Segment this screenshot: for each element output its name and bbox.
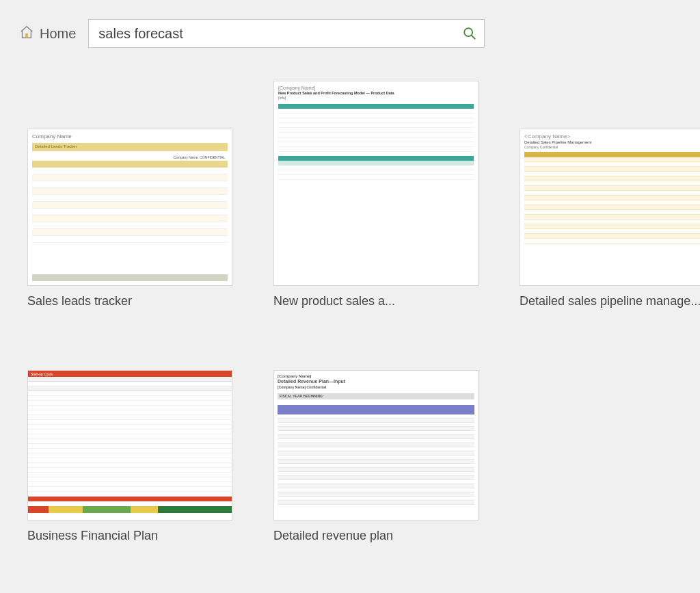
home-link[interactable]: Home — [19, 25, 76, 43]
template-thumbnail: [Company Name] Detailed Revenue Plan—Inp… — [273, 370, 479, 520]
template-label: Detailed revenue plan — [273, 529, 479, 543]
template-thumbnail: Company Name Detailed Leads Tracker Comp… — [27, 129, 232, 286]
template-thumbnail: Start-up Costs — [27, 370, 232, 520]
thumb-company: [Company Name] — [278, 85, 474, 91]
thumb-company: Company Name — [32, 133, 228, 140]
template-label: Sales leads tracker — [27, 294, 232, 308]
template-label: Detailed sales pipeline manage... — [520, 294, 700, 308]
template-tile[interactable]: Start-up Costs — [27, 370, 232, 543]
svg-rect-0 — [25, 33, 28, 37]
template-tile[interactable]: <Company Name> Detailed Sales Pipeline M… — [520, 129, 700, 308]
thumb-subtitle: Detailed Leads Tracker — [35, 144, 77, 149]
search-input[interactable] — [98, 26, 462, 42]
svg-line-2 — [472, 36, 476, 40]
template-label: Business Financial Plan — [27, 529, 232, 543]
header: Home — [0, 0, 700, 60]
template-thumbnail: <Company Name> Detailed Sales Pipeline M… — [520, 129, 700, 286]
home-icon — [19, 25, 34, 43]
template-grid: Company Name Detailed Leads Tracker Comp… — [0, 60, 700, 570]
template-tile[interactable]: [Company Name] New Product Sales and Pro… — [273, 81, 479, 308]
template-thumbnail: [Company Name] New Product Sales and Pro… — [273, 81, 479, 286]
search-icon[interactable] — [462, 26, 477, 41]
search-box[interactable] — [88, 19, 485, 48]
template-tile[interactable]: [Company Name] Detailed Revenue Plan—Inp… — [273, 370, 479, 543]
template-label: New product sales a... — [273, 294, 479, 308]
svg-point-1 — [465, 28, 473, 36]
template-tile[interactable]: Company Name Detailed Leads Tracker Comp… — [27, 129, 232, 308]
thumb-company: <Company Name> — [524, 133, 700, 140]
home-label: Home — [40, 26, 76, 42]
